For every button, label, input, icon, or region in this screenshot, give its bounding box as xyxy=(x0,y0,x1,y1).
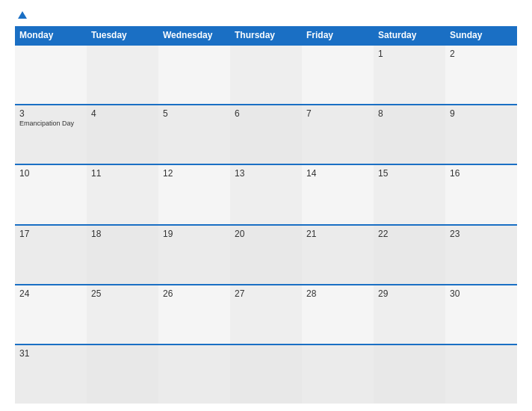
calendar-cell: 5 xyxy=(158,105,230,164)
calendar-cell: 25 xyxy=(87,285,158,344)
calendar-cell xyxy=(158,345,230,404)
day-number: 4 xyxy=(91,108,154,119)
page: MondayTuesdayWednesdayThursdayFridaySatu… xyxy=(0,0,532,411)
day-number: 14 xyxy=(306,168,369,179)
day-number: 13 xyxy=(235,168,297,179)
calendar-cell: 17 xyxy=(15,226,87,284)
calendar-cell: 31 xyxy=(15,345,87,404)
day-number: 3 xyxy=(19,108,82,119)
day-number: 23 xyxy=(450,229,513,239)
header-day-thursday: Thursday xyxy=(230,26,302,44)
day-number: 26 xyxy=(163,288,226,299)
calendar-header: MondayTuesdayWednesdayThursdayFridaySatu… xyxy=(15,26,517,44)
calendar-cell: 18 xyxy=(87,226,158,284)
day-number: 30 xyxy=(450,288,513,299)
logo xyxy=(15,11,27,19)
calendar-cell: 30 xyxy=(445,285,517,344)
calendar-week-3: 10111213141516 xyxy=(15,164,517,223)
calendar-cell: 11 xyxy=(87,165,158,223)
calendar-cell: 19 xyxy=(158,226,230,284)
header-day-friday: Friday xyxy=(302,26,374,44)
day-number: 16 xyxy=(450,168,513,179)
day-number: 5 xyxy=(163,108,226,119)
calendar-cell: 8 xyxy=(374,105,445,164)
day-number: 7 xyxy=(306,108,369,119)
calendar-cell xyxy=(230,46,302,104)
calendar-body: 123Emancipation Day456789101112131415161… xyxy=(15,44,517,404)
calendar-cell: 10 xyxy=(15,165,87,223)
calendar-week-6: 31 xyxy=(15,344,517,404)
day-number: 9 xyxy=(450,108,513,119)
holiday-label: Emancipation Day xyxy=(19,120,82,128)
calendar-cell: 6 xyxy=(230,105,302,164)
calendar-cell: 3Emancipation Day xyxy=(15,105,87,164)
day-number: 24 xyxy=(19,288,82,299)
calendar-cell xyxy=(302,345,374,404)
day-number: 15 xyxy=(378,168,441,179)
calendar-cell: 23 xyxy=(445,226,517,284)
calendar-cell xyxy=(445,345,517,404)
calendar-cell: 21 xyxy=(302,226,374,284)
calendar-cell: 20 xyxy=(230,226,302,284)
calendar-cell: 12 xyxy=(158,165,230,223)
calendar-cell: 13 xyxy=(230,165,302,223)
calendar: MondayTuesdayWednesdayThursdayFridaySatu… xyxy=(15,26,517,404)
day-number: 17 xyxy=(19,229,82,239)
calendar-week-2: 3Emancipation Day456789 xyxy=(15,104,517,164)
calendar-week-1: 12 xyxy=(15,44,517,104)
calendar-cell: 29 xyxy=(374,285,445,344)
day-number: 11 xyxy=(91,168,154,179)
logo-triangle-icon xyxy=(18,11,27,19)
day-number: 27 xyxy=(235,288,297,299)
calendar-cell: 22 xyxy=(374,226,445,284)
header-day-monday: Monday xyxy=(15,26,87,44)
day-number: 10 xyxy=(19,168,82,179)
logo-blue-text xyxy=(15,11,27,19)
day-number: 8 xyxy=(378,108,441,119)
calendar-cell xyxy=(15,46,87,104)
calendar-cell: 27 xyxy=(230,285,302,344)
calendar-cell: 26 xyxy=(158,285,230,344)
day-number: 31 xyxy=(19,348,82,359)
calendar-cell xyxy=(87,345,158,404)
day-number: 20 xyxy=(235,229,297,239)
calendar-cell: 9 xyxy=(445,105,517,164)
calendar-cell: 2 xyxy=(445,46,517,104)
calendar-cell: 28 xyxy=(302,285,374,344)
calendar-cell xyxy=(302,46,374,104)
calendar-cell: 7 xyxy=(302,105,374,164)
calendar-cell xyxy=(374,345,445,404)
day-number: 28 xyxy=(306,288,369,299)
day-number: 1 xyxy=(378,49,441,59)
day-number: 18 xyxy=(91,229,154,239)
day-number: 22 xyxy=(378,229,441,239)
day-number: 21 xyxy=(306,229,369,239)
header-day-sunday: Sunday xyxy=(445,26,517,44)
calendar-cell xyxy=(87,46,158,104)
header-day-tuesday: Tuesday xyxy=(87,26,158,44)
calendar-cell xyxy=(230,345,302,404)
day-number: 2 xyxy=(450,49,513,59)
header-day-saturday: Saturday xyxy=(374,26,445,44)
calendar-cell: 24 xyxy=(15,285,87,344)
day-number: 12 xyxy=(163,168,226,179)
day-number: 29 xyxy=(378,288,441,299)
header-day-wednesday: Wednesday xyxy=(158,26,230,44)
calendar-week-5: 24252627282930 xyxy=(15,284,517,344)
calendar-cell: 15 xyxy=(374,165,445,223)
calendar-cell: 14 xyxy=(302,165,374,223)
calendar-cell: 16 xyxy=(445,165,517,223)
calendar-cell: 1 xyxy=(374,46,445,104)
header xyxy=(15,11,517,19)
day-number: 25 xyxy=(91,288,154,299)
calendar-cell xyxy=(158,46,230,104)
day-number: 6 xyxy=(235,108,297,119)
calendar-cell: 4 xyxy=(87,105,158,164)
calendar-week-4: 17181920212223 xyxy=(15,224,517,284)
day-number: 19 xyxy=(163,229,226,239)
